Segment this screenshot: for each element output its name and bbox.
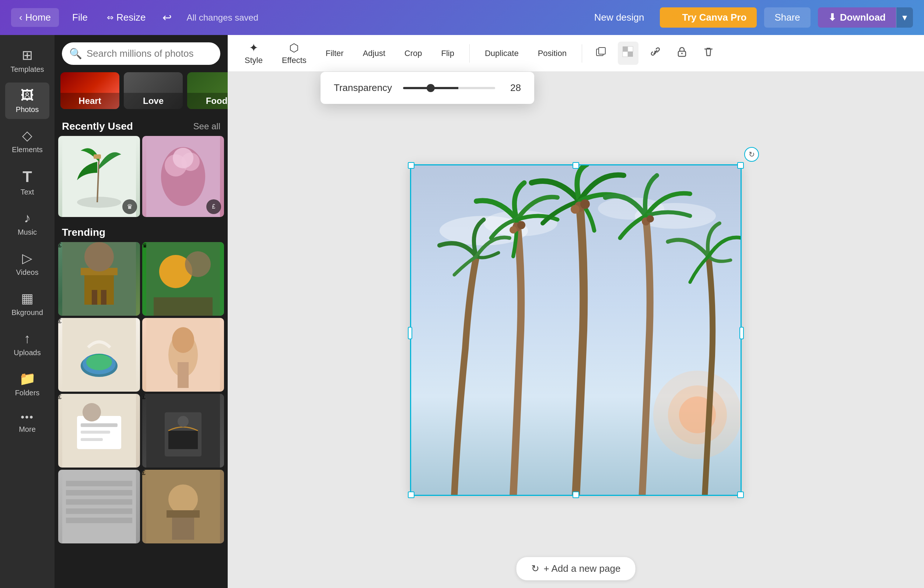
download-dropdown-button[interactable]: ▾ bbox=[896, 7, 913, 28]
delete-button[interactable] bbox=[699, 42, 718, 64]
filter-button[interactable]: Filter bbox=[320, 45, 350, 62]
trending-photo-7[interactable] bbox=[58, 470, 140, 543]
trending-photo-3[interactable]: £ bbox=[58, 318, 140, 391]
category-heart[interactable]: Heart bbox=[60, 72, 119, 109]
chevron-left-icon: ‹ bbox=[19, 12, 23, 23]
svg-point-12 bbox=[84, 242, 114, 271]
adjust-button[interactable]: Adjust bbox=[357, 45, 391, 62]
sidebar-item-more[interactable]: ••• More bbox=[5, 406, 50, 439]
trending-photo-2[interactable]: ♛ bbox=[142, 242, 224, 316]
trending-photo-4[interactable] bbox=[142, 318, 224, 391]
svg-rect-52 bbox=[623, 51, 628, 57]
add-page-icon: ↻ bbox=[531, 563, 540, 574]
duplicate-label: Duplicate bbox=[485, 49, 519, 58]
resize-label: Resize bbox=[116, 12, 145, 23]
heart-label: Heart bbox=[60, 93, 119, 109]
duplicate-button[interactable]: Duplicate bbox=[479, 45, 525, 62]
sidebar-item-uploads[interactable]: ↑ Uploads bbox=[5, 326, 50, 362]
download-button[interactable]: ⬇ Download bbox=[818, 7, 896, 28]
uploads-label: Uploads bbox=[14, 349, 41, 357]
category-row: Heart Love Food › bbox=[54, 72, 228, 115]
svg-point-68 bbox=[580, 199, 590, 209]
rotate-handle[interactable]: ↻ bbox=[744, 147, 759, 162]
svg-rect-13 bbox=[92, 290, 97, 305]
download-label: Download bbox=[840, 12, 886, 23]
add-page-button[interactable]: ↻ + Add a new page bbox=[516, 557, 636, 581]
flip-button[interactable]: Flip bbox=[436, 45, 460, 62]
text-icon: T bbox=[23, 168, 32, 186]
svg-rect-32 bbox=[81, 438, 103, 441]
sidebar-item-folders[interactable]: 📁 Folders bbox=[5, 366, 50, 402]
sidebar-item-background[interactable]: ▦ Bkground bbox=[5, 286, 50, 322]
templates-label: Templates bbox=[10, 65, 44, 74]
flip-label: Flip bbox=[441, 49, 454, 58]
recent-photo-2[interactable]: £ bbox=[142, 136, 224, 217]
trending-row-2: £ bbox=[58, 318, 224, 391]
elements-icon: ◇ bbox=[22, 128, 32, 143]
recent-photo-1[interactable]: ♛ bbox=[58, 136, 140, 217]
hide-panel-button[interactable]: ‹ bbox=[227, 299, 228, 325]
trending-photo-8[interactable]: £ bbox=[142, 470, 224, 543]
svg-point-69 bbox=[571, 205, 579, 214]
search-icon: 🔍 bbox=[69, 48, 82, 60]
top-navigation: ‹ Home File ⇔ Resize ↩ All changes saved… bbox=[0, 0, 924, 35]
new-design-label: New design bbox=[594, 12, 644, 23]
svg-point-71 bbox=[647, 215, 654, 223]
videos-icon: ▷ bbox=[22, 251, 32, 266]
left-sidebar: ⊞ Templates 🖼 Photos ◇ Elements T Text ♪… bbox=[0, 35, 54, 588]
canvas-image[interactable] bbox=[410, 164, 742, 496]
sidebar-item-templates[interactable]: ⊞ Templates bbox=[5, 42, 50, 79]
svg-rect-42 bbox=[66, 509, 132, 514]
trending-header: Trending bbox=[54, 221, 228, 242]
category-love[interactable]: Love bbox=[124, 72, 183, 109]
more-label: More bbox=[19, 425, 36, 434]
videos-label: Videos bbox=[16, 268, 39, 277]
recently-used-grid: ♛ £ bbox=[54, 136, 228, 221]
trending-photo-5[interactable]: £ bbox=[58, 394, 140, 467]
photos-icon: 🖼 bbox=[21, 88, 34, 103]
svg-rect-10 bbox=[84, 271, 114, 305]
sidebar-item-photos[interactable]: 🖼 Photos bbox=[5, 83, 50, 119]
crop-button[interactable]: Crop bbox=[399, 45, 428, 62]
trending-photo-1[interactable]: £ bbox=[58, 242, 140, 316]
svg-point-65 bbox=[517, 221, 525, 229]
share-label: Share bbox=[774, 12, 800, 23]
resize-button[interactable]: ⇔ Resize bbox=[101, 8, 152, 27]
category-food[interactable]: Food bbox=[187, 72, 228, 109]
svg-rect-40 bbox=[66, 490, 132, 496]
sidebar-item-elements[interactable]: ◇ Elements bbox=[5, 123, 50, 159]
pound-badge-2: £ bbox=[206, 199, 221, 214]
svg-rect-51 bbox=[628, 46, 633, 51]
svg-rect-47 bbox=[167, 510, 200, 518]
svg-point-33 bbox=[82, 403, 101, 421]
design-canvas[interactable]: ↻ bbox=[410, 164, 742, 496]
new-design-button[interactable]: New design bbox=[586, 8, 652, 27]
try-pro-button[interactable]: ♛ Try Canva Pro bbox=[660, 7, 757, 28]
file-button[interactable]: File bbox=[66, 8, 94, 27]
recently-used-title: Recently Used bbox=[62, 121, 133, 132]
svg-point-37 bbox=[178, 416, 189, 427]
svg-point-26 bbox=[172, 327, 194, 353]
search-input[interactable] bbox=[87, 48, 213, 59]
home-button[interactable]: ‹ Home bbox=[11, 8, 59, 27]
undo-button[interactable]: ↩ bbox=[159, 7, 175, 28]
effects-button[interactable]: ⬡ Effects bbox=[276, 38, 312, 69]
style-button[interactable]: ✦ Style bbox=[239, 38, 269, 69]
svg-rect-46 bbox=[172, 514, 194, 540]
sidebar-item-music[interactable]: ♪ Music bbox=[5, 205, 50, 242]
position-button[interactable]: Position bbox=[532, 45, 573, 62]
sidebar-item-videos[interactable]: ▷ Videos bbox=[5, 245, 50, 282]
lock-button[interactable] bbox=[672, 42, 691, 64]
copy-format-button[interactable] bbox=[591, 42, 610, 64]
sidebar-item-text[interactable]: T Text bbox=[5, 163, 50, 202]
svg-rect-31 bbox=[81, 431, 110, 434]
share-button[interactable]: Share bbox=[764, 7, 810, 28]
love-label: Love bbox=[124, 93, 183, 109]
see-all-button[interactable]: See all bbox=[193, 121, 220, 132]
transparency-button[interactable] bbox=[618, 41, 639, 65]
background-label: Bkground bbox=[12, 308, 43, 317]
link-button[interactable] bbox=[646, 42, 665, 64]
toolbar: ✦ Style ⬡ Effects Filter Adjust Crop Fli… bbox=[228, 35, 924, 72]
transparency-slider[interactable] bbox=[403, 87, 495, 89]
trending-photo-6[interactable]: £ bbox=[142, 394, 224, 467]
